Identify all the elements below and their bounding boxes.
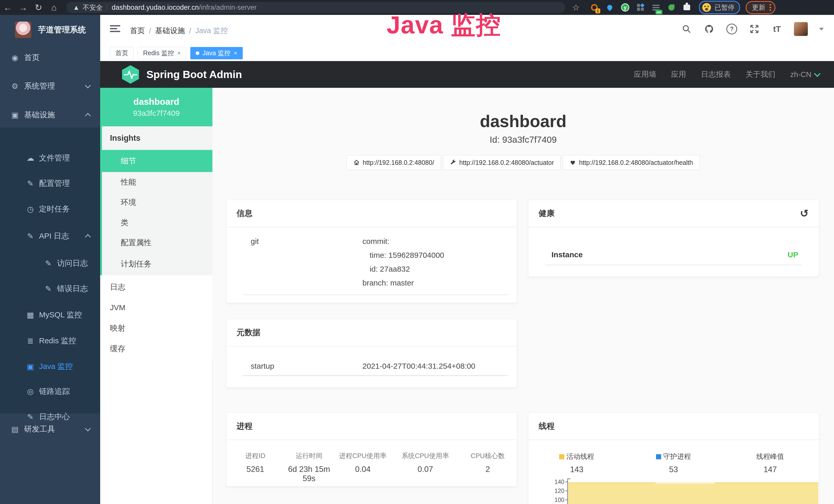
home-icon[interactable]: ⌂ <box>46 3 62 13</box>
breadcrumb-infra[interactable]: 基础设施 <box>155 26 185 36</box>
sba-logo-icon[interactable] <box>121 65 140 85</box>
subnav-item-metrics[interactable]: 性能 <box>100 172 213 192</box>
extension-leaf-icon[interactable] <box>667 3 676 12</box>
metadata-card: 元数据 startup 2021-04-27T00:44:31.254+08:0… <box>226 319 517 388</box>
sidebar-item-mysql-monitor[interactable]: ▦ MySQL 监控 <box>0 307 100 322</box>
breadcrumb-home[interactable]: 首页 <box>130 26 145 36</box>
row-divider <box>545 265 802 265</box>
y-axis-top-tick <box>567 479 570 479</box>
extension-colorzilla-icon[interactable]: 1 <box>590 3 599 12</box>
browser-update-button[interactable]: 更新 <box>746 1 775 14</box>
row-divider <box>243 295 507 295</box>
instance-header[interactable]: dashboard 93a3fc7f7409 <box>100 88 213 126</box>
sidebar-item-tracing[interactable]: ◎ 链路追踪 <box>0 384 100 399</box>
edit-icon: ✎ <box>43 284 54 293</box>
row-divider <box>243 375 507 376</box>
sidebar-item-error-logs[interactable]: ✎ 错误日志 <box>0 281 100 296</box>
active-group-indicator <box>100 88 102 275</box>
process-card: 进程 进程ID 运行时间 进程CPU使用率 系统CPU使用率 CPU核心数 52… <box>226 413 517 486</box>
wrench-icon <box>450 159 456 166</box>
edit-icon: ✎ <box>43 259 54 268</box>
log-center-icon: ✎ <box>25 412 36 421</box>
sidebar-item-infra[interactable]: ▣ 基础设施 <box>0 107 100 122</box>
github-icon[interactable] <box>704 23 715 35</box>
val-proc-cpu: 0.04 <box>334 465 392 483</box>
subnav-item-caches[interactable]: 缓存 <box>100 338 213 359</box>
bookmark-star-icon[interactable]: ☆ <box>572 3 580 12</box>
gear-icon: ⚙ <box>9 82 21 91</box>
area-dip <box>656 482 715 484</box>
sba-nav-journal[interactable]: 日志报表 <box>701 69 731 79</box>
avatar[interactable] <box>794 22 808 36</box>
subnav-item-jvm[interactable]: JVM <box>100 297 213 318</box>
sidebar-item-redis-monitor[interactable]: ≣ Redis 监控 <box>0 333 100 348</box>
font-size-icon[interactable]: tT <box>771 23 783 35</box>
extension-grid-icon[interactable] <box>636 3 645 12</box>
sba-instance-sidebar: dashboard 93a3fc7f7409 Insights 细节 性能 环境… <box>100 88 213 504</box>
subnav-item-logs[interactable]: 日志 <box>100 277 213 297</box>
search-icon[interactable] <box>681 23 692 35</box>
back-icon[interactable]: ← <box>0 3 16 13</box>
sidebar-item-file-mgmt[interactable]: ☁ 文件管理 <box>0 150 100 166</box>
tab-redis-monitor[interactable]: Redis 监控 × <box>138 47 186 59</box>
metadata-value: 2021-04-27T00:44:31.254+08:00 <box>363 362 476 370</box>
browser-menu-icon[interactable] <box>770 4 771 11</box>
col-uptime: 运行时间 <box>284 451 334 460</box>
fullscreen-icon[interactable] <box>749 23 760 35</box>
sidebar-item-scheduled-tasks[interactable]: ◷ 定时任务 <box>0 201 100 217</box>
tab-home[interactable]: 首页 <box>110 47 134 59</box>
sidebar-item-access-logs[interactable]: ✎ 访问日志 <box>0 255 100 271</box>
hamburger-icon[interactable] <box>110 25 120 35</box>
extension-badge: 1 <box>595 8 600 13</box>
close-icon[interactable]: × <box>234 49 237 57</box>
monitor-icon: ▣ <box>25 362 36 371</box>
health-url-button[interactable]: http://192.168.0.2:48080/actuator/health <box>563 155 700 170</box>
paused-label: 已暂停 <box>715 3 734 12</box>
profile-paused-badge[interactable]: 已暂停 <box>699 1 740 14</box>
subnav-item-details[interactable]: 细节 <box>100 150 213 172</box>
tab-java-monitor[interactable]: Java 监控 × <box>190 47 243 59</box>
sidebar-item-system[interactable]: ⚙ 系统管理 <box>0 78 100 94</box>
help-icon[interactable]: ? <box>726 23 738 35</box>
sba-language-select[interactable]: zh-CN <box>790 70 820 79</box>
actuator-url-button[interactable]: http://192.168.0.2:48080/actuator <box>443 155 561 170</box>
sidebar-item-java-monitor[interactable]: ▣ Java 监控 <box>0 359 100 374</box>
extensions-puzzle-icon[interactable] <box>682 3 691 12</box>
extension-switch-icon[interactable]: on <box>652 3 660 12</box>
val-live-threads: 143 <box>528 465 625 474</box>
warning-icon: ▲ <box>73 4 80 12</box>
sba-brand[interactable]: Spring Boot Admin <box>147 69 242 81</box>
history-icon[interactable]: ↺ <box>800 208 809 219</box>
cloud-upload-icon: ☁ <box>25 154 36 162</box>
close-icon[interactable]: × <box>177 49 181 57</box>
subnav-item-classes[interactable]: 类 <box>100 212 213 233</box>
subnav-item-environment[interactable]: 环境 <box>100 192 213 212</box>
legend-daemon: 守护进程 <box>625 452 722 461</box>
sidebar-item-home[interactable]: ◉ 首页 <box>0 50 100 65</box>
annotation-java-monitor: Java 监控 <box>377 9 511 42</box>
extension-pin-icon[interactable] <box>606 3 614 12</box>
y-tick-120 <box>565 491 568 491</box>
app-logo[interactable]: 芋道管理系统 <box>15 22 86 38</box>
sidebar-item-dev-tools[interactable]: ▤ 研发工具 <box>0 421 100 437</box>
dashboard-icon: ◉ <box>9 53 21 62</box>
app-title: 芋道管理系统 <box>38 24 86 35</box>
sba-nav-about[interactable]: 关于我们 <box>746 69 775 79</box>
emoji-face-icon <box>702 3 711 12</box>
subnav-item-config-props[interactable]: 配置属性 <box>100 233 213 253</box>
service-url-button[interactable]: http://192.168.0.2:48080/ <box>347 155 441 170</box>
reload-icon[interactable]: ↻ <box>31 2 46 13</box>
sba-nav-applications[interactable]: 应用 <box>671 69 686 79</box>
subnav-item-mappings[interactable]: 映射 <box>100 318 213 338</box>
sidebar-item-api-logs[interactable]: ✎ API 日志 <box>0 228 100 244</box>
sidebar-item-config-mgmt[interactable]: ✎ 配置管理 <box>0 176 100 191</box>
instance-id-line: Id: 93a3fc7f7409 <box>213 135 834 145</box>
threads-card-title: 线程 <box>539 421 554 432</box>
eye-icon: ◎ <box>25 387 36 396</box>
avatar-caret-icon[interactable] <box>819 28 824 30</box>
forward-icon[interactable]: → <box>16 3 31 13</box>
subnav-item-scheduled[interactable]: 计划任务 <box>100 253 213 275</box>
sba-nav-wallboard[interactable]: 应用墙 <box>634 69 656 79</box>
extension-green-y-icon[interactable]: y <box>621 3 630 12</box>
health-status-badge: UP <box>788 250 798 259</box>
